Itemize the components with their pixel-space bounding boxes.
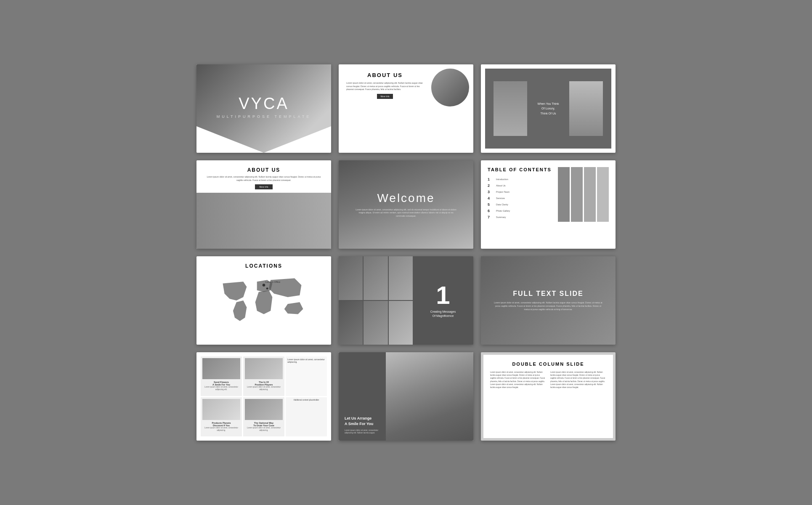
more-btn-4[interactable]: More Info [255,184,272,189]
team-img-4 [202,399,240,420]
svg-point-1 [266,287,268,290]
team-img-2 [245,358,283,379]
slide-architecture: Let Us Arrange A Smile For You Lorem ips… [339,352,473,441]
slide-number: 1 Creating Messages Of Magnificence [339,256,473,345]
team-card-1: Send Flowers A Smile For You Lorem ipsum… [201,356,242,396]
cover-logo: VYCA MULTIPURPOSE TEMPLATE [217,95,311,119]
toc-left: TABLE OF CONTENTS 1 Introduction 2 About… [488,167,558,242]
team-card-3: Lorem ipsum dolor sit amet, consectetur … [286,356,327,396]
team-name-2: The In Of Position Players [255,381,273,386]
luxury-text: When You Think Of Luxury, Think Of Us [535,101,562,116]
team-text-5: Lorem ipsum dolor sit amet, consectetur … [245,427,283,432]
team-card-5: The Optional Way To Draw Your Case Lorem… [243,397,284,437]
team-text-only-3: Lorem ipsum dolor sit amet, consectetur … [287,358,325,363]
arch-left-text: Lorem ipsum dolor sit amet, consectetur … [345,429,380,435]
toc-title: TABLE OF CONTENTS [488,167,558,172]
photo-3 [389,256,413,300]
toc-item-6: 6 Photo Gallery [488,209,558,213]
toc-images [558,167,609,242]
about-body-4: Lorem ipsum dolor sit amet, consectetur … [205,175,323,182]
about-title-4: ABOUT US [205,167,323,173]
toc-img-2 [571,167,583,222]
team-card-4: Products Planets Discount If You Lorem i… [201,397,242,437]
arch-right-panel [386,352,473,441]
big-number: 1 [436,283,450,308]
circle-image-bg [431,69,469,106]
slide-about-image: ABOUT US Lorem ipsum dolor sit amet, con… [339,64,473,153]
photo-2 [364,256,387,300]
locations-title: LOCATIONS [245,263,282,269]
slide-locations: LOCATIONS London Office [196,256,331,345]
team-name-5: The Optional Way To Draw Your Case [253,422,274,427]
dc-col-1: Lorem ipsum dolor sit amet, consectetur … [490,371,546,389]
about-circle-image [431,69,469,106]
team-img-1 [202,358,240,379]
cover-title: VYCA [217,95,311,113]
toc-item-3: 3 Project Team [488,190,558,194]
slide-full-text: FULL TEXT SLIDE Lorem ipsum dolor sit am… [481,256,616,345]
arch-left-panel: Let Us Arrange A Smile For You Lorem ips… [339,352,386,441]
building-image [196,193,331,249]
slide-toc: TABLE OF CONTENTS 1 Introduction 2 About… [481,160,616,249]
dc-columns: Lorem ipsum dolor sit amet, consectetur … [490,371,606,389]
welcome-title: Welcome [356,191,456,205]
slide-cover: VYCA MULTIPURPOSE TEMPLATE [196,64,331,153]
photo-5 [364,301,387,345]
team-card-6: Additional content placeholder [286,397,327,437]
svg-text:London Office: London Office [265,281,280,283]
welcome-content: Welcome Lorem ipsum dolor sit amet, cons… [356,191,456,218]
team-card-2: The In Of Position Players Lorem ipsum d… [243,356,284,396]
slide-grid: VYCA MULTIPURPOSE TEMPLATE ABOUT US Lore… [180,48,632,457]
map-svg: London Office [209,273,318,328]
team-text-only-6: Additional content placeholder [294,399,319,401]
team-text-2: Lorem ipsum dolor sit amet, consectetur … [245,386,283,391]
toc-img-3 [584,167,596,222]
more-btn-2[interactable]: More Info [377,94,393,99]
arch-left-title: Let Us Arrange A Smile For You [345,416,373,426]
dc-col-2: Lorem ipsum dolor sit amet, consectetur … [550,371,606,389]
toc-item-5: 5 Data Clarity [488,202,558,207]
slide-team: Send Flowers A Smile For You Lorem ipsum… [196,352,331,441]
team-text-4: Lorem ipsum dolor sit amet, consectetur … [202,427,240,432]
world-map: London Office [209,273,318,328]
photo-4 [339,301,363,345]
number-right: 1 Creating Messages Of Magnificence [413,256,473,345]
slide-about-building: ABOUT US Lorem ipsum dolor sit amet, con… [196,160,331,249]
toc-item-4: 4 Services [488,196,558,200]
slide-luxury: When You Think Of Luxury, Think Of Us [481,64,616,153]
photo-1 [339,256,363,300]
team-text-1: Lorem ipsum dolor sit amet, consectetur … [202,386,240,391]
team-img-5 [245,399,283,420]
about-top-section: ABOUT US Lorem ipsum dolor sit amet, con… [196,160,331,193]
luxury-img-right [569,81,603,136]
full-text-content: FULL TEXT SLIDE Lorem ipsum dolor sit am… [494,290,603,311]
cover-subtitle: MULTIPURPOSE TEMPLATE [217,114,311,119]
about-title-2: ABOUT US [346,72,424,78]
toc-item-2: 2 About Us [488,183,558,188]
toc-img-4 [597,167,609,222]
welcome-body: Lorem ipsum dolor sit amet, consectetur … [356,208,456,218]
team-name-1: Send Flowers A Smile For You [212,381,230,386]
dc-title: DOUBLE COLUMN SLIDE [490,361,606,367]
slide-double-column: DOUBLE COLUMN SLIDE Lorem ipsum dolor si… [481,352,616,441]
toc-item-7: 7 Summary [488,215,558,219]
number-message: Creating Messages Of Magnificence [430,310,456,319]
luxury-inner: When You Think Of Luxury, Think Of Us [485,69,611,149]
photo-6 [389,301,413,345]
building-image-inner [196,193,331,249]
toc-img-1 [558,167,570,222]
photo-grid [339,256,413,345]
about-body-2: Lorem ipsum dolor sit amet, consectetur … [346,82,424,91]
toc-item-1: 1 Introduction [488,177,558,181]
svg-point-0 [263,284,265,287]
slide-welcome: Welcome Lorem ipsum dolor sit amet, cons… [339,160,473,249]
team-name-4: Products Planets Discount If You [212,422,231,427]
luxury-img-left [494,81,527,136]
full-text-body: Lorem ipsum dolor sit amet, consectetur … [494,301,603,311]
full-text-title: FULL TEXT SLIDE [494,290,603,298]
